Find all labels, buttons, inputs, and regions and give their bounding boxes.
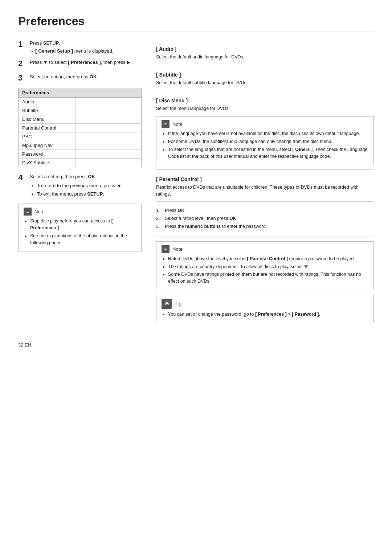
step-2: 2 Press ▼ to select [ Preferences ], the… — [18, 59, 142, 68]
disc-menu-section: [ Disc Menu ] Select the menu language f… — [156, 98, 374, 112]
left-note-box: ≡ Note Stop disc play before you can acc… — [18, 204, 142, 251]
step-4-bullet-2: To exit the menu, press SETUP. — [37, 191, 142, 198]
table-cell-audio: Audio — [19, 98, 76, 106]
subtitle-section: [ Subtitle ] Select the default subtitle… — [156, 72, 374, 86]
right-note-1-bullets: If the language you have set is not avai… — [162, 130, 368, 160]
right-column: [ Audio ] Select the default audio langu… — [156, 40, 374, 328]
step-4-num: 4 — [18, 173, 25, 183]
disc-menu-desc: Select the menu language for DVDs. — [156, 105, 374, 112]
left-note-bullet-1: Stop disc play before you can access to … — [30, 218, 136, 232]
step-1-main: Press SETUP. — [30, 40, 142, 47]
tip-text: You can set or change the password, go t… — [168, 311, 368, 318]
step-4-bullets: To return to the previous menu, press ◄.… — [30, 182, 142, 198]
right-note-1-bullet-3: To select the languages that are not lis… — [168, 146, 368, 160]
right-note-1-bullet-2: For some DVDs, the subtitle/audio langua… — [168, 138, 368, 145]
table-cell-subtitle: Subtitle — [19, 106, 76, 115]
parental-desc: Restrict access to DVDs that are unsuita… — [156, 184, 374, 198]
table-row: Parental Control — [19, 124, 142, 132]
step-4-content: Select a setting, then press OK. To retu… — [30, 173, 142, 198]
left-column: 1 Press SETUP. ↳ [ General Setup ] menu … — [18, 40, 142, 256]
right-note-1-bullet-1: If the language you have set is not avai… — [168, 130, 368, 137]
right-note-2-header: ≡ Note — [162, 245, 368, 253]
page-footer: 32 EN — [18, 342, 374, 348]
step-3-num: 3 — [18, 73, 25, 83]
right-note-2-bullet-3: Some DVDs have ratings printed on them b… — [168, 271, 368, 285]
step-1-content: Press SETUP. ↳ [ General Setup ] menu is… — [30, 40, 142, 54]
divider-2 — [156, 91, 374, 91]
arrow-icon: ↳ — [30, 48, 34, 54]
page-title: Preferences — [18, 15, 374, 32]
table-row: Password — [19, 150, 142, 159]
note-icon-2: ≡ — [162, 120, 170, 128]
note-icon: ≡ — [24, 208, 32, 216]
preferences-table: Preferences Audio Subtitle Disc Menu Par… — [18, 88, 142, 167]
step-1: 1 Press SETUP. ↳ [ General Setup ] menu … — [18, 40, 142, 54]
right-note-2-label: Note — [172, 246, 182, 252]
parental-section: [ Parental Control ] Restrict access to … — [156, 176, 374, 237]
parental-header: [ Parental Control ] — [156, 176, 374, 182]
right-note-box-2: ≡ Note Rated DVDs above the level you se… — [156, 241, 374, 290]
table-row: Mp3/Jpeg Nav — [19, 141, 142, 150]
step-4-main: Select a setting, then press OK. — [30, 173, 142, 180]
audio-desc: Select the default audio language for DV… — [156, 54, 374, 61]
subtitle-desc: Select the default subtitle language for… — [156, 79, 374, 86]
table-row: PBC — [19, 132, 142, 141]
tip-header: ✳ Tip — [162, 299, 368, 309]
page-number: 32 EN — [18, 342, 31, 348]
left-note-label: Note — [34, 209, 44, 214]
divider-1 — [156, 65, 374, 65]
left-note-bullet-2: See the explanations of the above option… — [30, 233, 136, 246]
table-row: Subtitle — [19, 106, 142, 115]
step-4: 4 Select a setting, then press OK. To re… — [18, 173, 142, 198]
table-cell-disc-menu: Disc Menu — [19, 115, 76, 124]
step-4-bullet-1: To return to the previous menu, press ◄. — [37, 182, 142, 190]
tip-label: Tip — [175, 301, 181, 307]
parental-steps: 1. Press OK. 2. Select a rating level, t… — [156, 201, 374, 237]
step-2-main: Press ▼ to select [ Preferences ], then … — [30, 59, 142, 66]
tip-box: ✳ Tip You can set or change the password… — [156, 295, 374, 323]
table-cell-parental: Parental Control — [19, 124, 76, 132]
divider-3 — [156, 169, 374, 170]
table-cell-mp3: Mp3/Jpeg Nav — [19, 141, 76, 150]
right-note-2-bullet-1: Rated DVDs above the level you set in [ … — [168, 255, 368, 262]
right-note-1-header: ≡ Note — [162, 120, 368, 128]
table-cell-pbc: PBC — [19, 132, 76, 141]
parental-step-3: 3. Press the numeric buttons to enter th… — [156, 223, 374, 230]
table-header: Preferences — [19, 88, 142, 98]
parental-numbered-list: 1. Press OK. 2. Select a rating level, t… — [156, 207, 374, 230]
parental-step-2: 2. Select a rating level, then press OK. — [156, 215, 374, 222]
right-note-1-label: Note — [172, 122, 182, 127]
right-note-2-bullet-2: The ratings are country-dependent. To al… — [168, 263, 368, 270]
note-icon-3: ≡ — [162, 245, 170, 253]
step-2-num: 2 — [18, 59, 25, 68]
step-1-sub: ↳ [ General Setup ] menu is displayed. — [30, 48, 142, 54]
right-note-2-bullets: Rated DVDs above the level you set in [ … — [162, 255, 368, 285]
step-3-content: Select an option, then press OK. — [30, 73, 142, 82]
step-3-main: Select an option, then press OK. — [30, 73, 142, 81]
table-cell-password: Password — [19, 150, 76, 159]
table-cell-divx: DivX Subtitle — [19, 159, 76, 167]
audio-section: [ Audio ] Select the default audio langu… — [156, 46, 374, 61]
step-1-num: 1 — [18, 40, 25, 49]
left-note-bullets: Stop disc play before you can access to … — [24, 218, 136, 246]
right-note-box-1: ≡ Note If the language you have set is n… — [156, 116, 374, 165]
subtitle-header: [ Subtitle ] — [156, 72, 374, 78]
tip-bullets: You can set or change the password, go t… — [162, 311, 368, 318]
parental-step-1: 1. Press OK. — [156, 207, 374, 214]
table-row: Audio — [19, 98, 142, 106]
disc-menu-header: [ Disc Menu ] — [156, 98, 374, 103]
step-3: 3 Select an option, then press OK. — [18, 73, 142, 83]
left-note-header: ≡ Note — [24, 208, 136, 216]
table-row: Disc Menu — [19, 115, 142, 124]
audio-header: [ Audio ] — [156, 46, 374, 52]
tip-icon: ✳ — [162, 299, 172, 309]
step-2-content: Press ▼ to select [ Preferences ], then … — [30, 59, 142, 67]
table-row: DivX Subtitle — [19, 159, 142, 167]
